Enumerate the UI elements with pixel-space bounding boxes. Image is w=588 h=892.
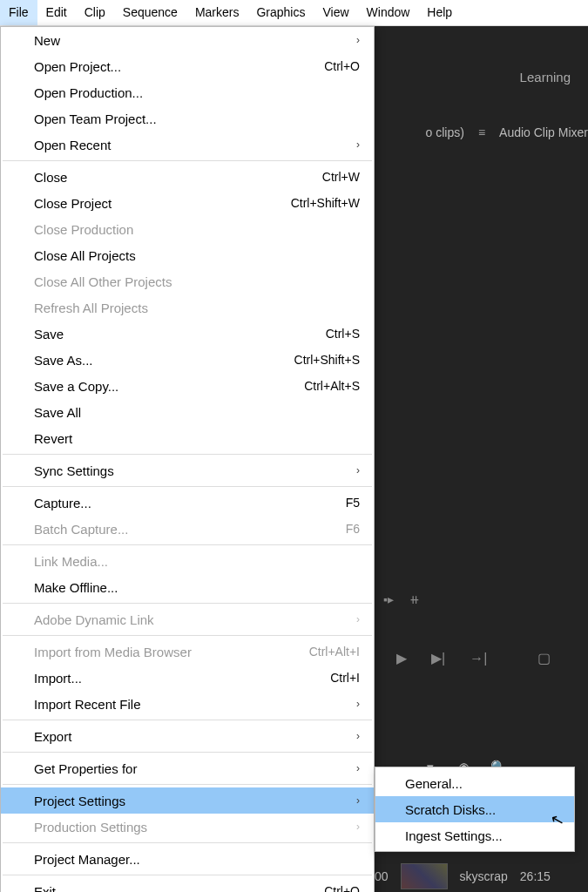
menu-item-label: Save As... bbox=[34, 353, 294, 368]
panel-menu-icon[interactable]: ≡ bbox=[478, 126, 485, 139]
submenu-item-ingest-settings[interactable]: Ingest Settings... bbox=[375, 822, 574, 848]
menu-item-link-media: Link Media... bbox=[1, 548, 374, 574]
menu-item-close-project[interactable]: Close ProjectCtrl+Shift+W bbox=[1, 190, 374, 216]
menu-separator bbox=[3, 544, 372, 545]
submenu-arrow-icon: › bbox=[348, 794, 360, 807]
menu-item-save-as[interactable]: Save As...Ctrl+Shift+S bbox=[1, 347, 374, 373]
menu-item-shortcut: Ctrl+O bbox=[324, 59, 360, 73]
menu-separator bbox=[3, 160, 372, 161]
menubar-item-markers[interactable]: Markers bbox=[186, 0, 248, 25]
workspace-tab-learning[interactable]: Learning bbox=[520, 70, 571, 84]
menu-separator bbox=[3, 720, 372, 720]
menu-item-label: Project Settings bbox=[34, 794, 348, 808]
menu-item-adobe-dynamic-link: Adobe Dynamic Link› bbox=[1, 606, 374, 632]
menu-item-shortcut: Ctrl+Shift+W bbox=[291, 196, 360, 210]
menu-separator bbox=[3, 603, 372, 604]
menu-item-open-production[interactable]: Open Production... bbox=[1, 79, 374, 105]
menu-item-exit[interactable]: ExitCtrl+Q bbox=[1, 878, 374, 892]
step-forward-icon[interactable]: ▶| bbox=[431, 650, 445, 666]
menu-item-label: Close All Projects bbox=[34, 248, 360, 263]
menu-separator bbox=[3, 875, 372, 875]
marker-in-icon[interactable]: ▪▸ bbox=[383, 592, 394, 606]
menu-item-label: Close Project bbox=[34, 196, 291, 211]
menu-item-close-production: Close Production bbox=[1, 216, 374, 242]
menu-item-label: Import Recent File bbox=[34, 697, 348, 712]
menu-item-label: Adobe Dynamic Link bbox=[34, 612, 348, 627]
menu-item-label: Exit bbox=[34, 884, 324, 893]
menu-separator bbox=[3, 784, 372, 785]
submenu-arrow-icon: › bbox=[348, 762, 360, 774]
menu-separator bbox=[3, 486, 372, 487]
menu-item-label: Save All bbox=[34, 405, 360, 420]
submenu-item-label: Ingest Settings... bbox=[405, 828, 558, 843]
marker-icons: ▪▸ ⧺ bbox=[383, 592, 420, 606]
menu-item-label: Production Settings bbox=[34, 820, 348, 835]
menubar-item-graphics[interactable]: Graphics bbox=[247, 0, 314, 25]
menu-item-project-settings[interactable]: Project Settings› bbox=[1, 787, 374, 814]
menubar-item-view[interactable]: View bbox=[314, 0, 357, 25]
menu-item-shortcut: Ctrl+I bbox=[330, 671, 360, 685]
submenu-item-label: Scratch Disks... bbox=[405, 802, 558, 817]
menu-item-open-team-project[interactable]: Open Team Project... bbox=[1, 105, 374, 132]
menu-item-shortcut: Ctrl+Shift+S bbox=[294, 353, 360, 367]
menu-item-open-recent[interactable]: Open Recent› bbox=[1, 132, 374, 158]
menu-item-label: Open Production... bbox=[34, 85, 360, 100]
menu-item-batch-capture: Batch Capture...F6 bbox=[1, 516, 374, 542]
playback-controls: ▶ ▶| →| ▢ bbox=[396, 650, 551, 666]
menubar-item-clip[interactable]: Clip bbox=[76, 0, 114, 25]
insert-icon[interactable]: →| bbox=[470, 651, 487, 666]
menu-item-close[interactable]: CloseCtrl+W bbox=[1, 164, 374, 190]
menubar-item-help[interactable]: Help bbox=[418, 0, 461, 25]
menu-item-label: Export bbox=[34, 729, 348, 744]
submenu-arrow-icon: › bbox=[348, 821, 360, 833]
menu-item-close-all-projects[interactable]: Close All Projects bbox=[1, 242, 374, 268]
menu-item-label: Open Team Project... bbox=[34, 112, 360, 126]
menu-item-shortcut: F6 bbox=[346, 522, 360, 536]
panel-header: o clips) ≡ Audio Clip Mixer bbox=[426, 122, 588, 143]
submenu-item-label: General... bbox=[405, 776, 558, 791]
menu-item-save[interactable]: SaveCtrl+S bbox=[1, 321, 374, 347]
menu-item-new[interactable]: New› bbox=[1, 27, 374, 53]
submenu-arrow-icon: › bbox=[348, 464, 360, 476]
marker-add-icon[interactable]: ⧺ bbox=[409, 592, 420, 606]
clip-thumbnail[interactable] bbox=[401, 863, 448, 889]
submenu-item-scratch-disks[interactable]: Scratch Disks... bbox=[375, 796, 574, 822]
submenu-arrow-icon: › bbox=[348, 698, 360, 710]
menubar-item-sequence[interactable]: Sequence bbox=[114, 0, 186, 25]
menu-item-save-a-copy[interactable]: Save a Copy...Ctrl+Alt+S bbox=[1, 373, 374, 399]
menu-item-label: Get Properties for bbox=[34, 761, 348, 776]
menu-item-open-project[interactable]: Open Project...Ctrl+O bbox=[1, 53, 374, 79]
menu-item-label: Open Project... bbox=[34, 59, 324, 74]
clip-duration: 26:15 bbox=[520, 869, 551, 883]
menu-item-label: Sync Settings bbox=[34, 463, 348, 478]
menubar-item-file[interactable]: File bbox=[0, 0, 37, 25]
menu-item-label: Capture... bbox=[34, 496, 346, 510]
menubar-item-window[interactable]: Window bbox=[358, 0, 419, 25]
menu-item-import-from-media-browser: Import from Media BrowserCtrl+Alt+I bbox=[1, 639, 374, 665]
menu-separator bbox=[3, 635, 372, 636]
menu-item-capture[interactable]: Capture...F5 bbox=[1, 490, 374, 516]
export-frame-icon[interactable]: ▢ bbox=[537, 650, 551, 666]
menu-item-label: Import from Media Browser bbox=[34, 645, 309, 659]
menubar-item-edit[interactable]: Edit bbox=[37, 0, 76, 25]
submenu-item-general[interactable]: General... bbox=[375, 770, 574, 796]
file-menu-dropdown: New›Open Project...Ctrl+OOpen Production… bbox=[0, 26, 375, 892]
menu-item-save-all[interactable]: Save All bbox=[1, 399, 374, 425]
menu-item-label: Save a Copy... bbox=[34, 379, 304, 394]
menu-item-label: Save bbox=[34, 327, 326, 341]
menu-item-revert[interactable]: Revert bbox=[1, 425, 374, 451]
menu-item-label: Make Offline... bbox=[34, 580, 360, 595]
menu-item-export[interactable]: Export› bbox=[1, 723, 374, 749]
menu-item-get-properties-for[interactable]: Get Properties for› bbox=[1, 755, 374, 781]
panel-audio-mixer-tab[interactable]: Audio Clip Mixer bbox=[499, 122, 588, 143]
play-icon[interactable]: ▶ bbox=[396, 650, 407, 666]
menu-item-import-recent-file[interactable]: Import Recent File› bbox=[1, 691, 374, 717]
menu-item-import[interactable]: Import...Ctrl+I bbox=[1, 665, 374, 691]
menu-item-project-manager[interactable]: Project Manager... bbox=[1, 846, 374, 872]
menu-separator bbox=[3, 752, 372, 753]
menu-item-sync-settings[interactable]: Sync Settings› bbox=[1, 457, 374, 483]
submenu-arrow-icon: › bbox=[348, 139, 360, 151]
menu-item-label: Open Recent bbox=[34, 138, 348, 152]
menu-item-label: New bbox=[34, 33, 348, 48]
menu-item-make-offline[interactable]: Make Offline... bbox=[1, 574, 374, 600]
